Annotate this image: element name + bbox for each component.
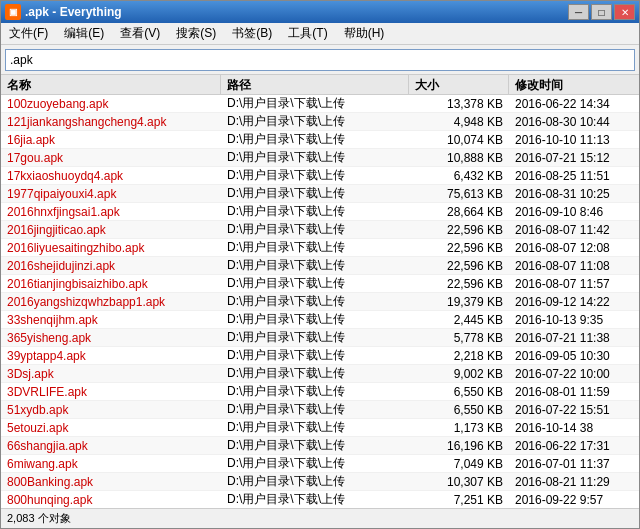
table-body[interactable]: 100zuoyebang.apkD:\用户目录\下载\上传13,378 KB20… [1,95,639,508]
cell-path: D:\用户目录\下载\上传 [221,437,409,454]
cell-size: 1,173 KB [409,419,509,436]
cell-path: D:\用户目录\下载\上传 [221,149,409,166]
table-row[interactable]: 39yptapp4.apkD:\用户目录\下载\上传2,218 KB2016-0… [1,347,639,365]
table-row[interactable]: 5etouzi.apkD:\用户目录\下载\上传1,173 KB2016-10-… [1,419,639,437]
cell-path: D:\用户目录\下载\上传 [221,239,409,256]
table-row[interactable]: 66shangjia.apkD:\用户目录\下载\上传16,196 KB2016… [1,437,639,455]
table-row[interactable]: 365yisheng.apkD:\用户目录\下载\上传5,778 KB2016-… [1,329,639,347]
cell-name: 3DVRLIFE.apk [1,383,221,400]
table-header: 名称路径大小修改时间 [1,75,639,95]
table-row[interactable]: 17gou.apkD:\用户目录\下载\上传10,888 KB2016-07-2… [1,149,639,167]
menu-item-编辑[interactable]: 编辑(E) [56,23,112,44]
col-header-名称[interactable]: 名称 [1,75,221,96]
cell-path: D:\用户目录\下载\上传 [221,419,409,436]
cell-size: 7,049 KB [409,455,509,472]
cell-date: 2016-08-30 10:44 [509,113,639,130]
table-row[interactable]: 16jia.apkD:\用户目录\下载\上传10,074 KB2016-10-1… [1,131,639,149]
cell-name: 2016liyuesaitingzhibo.apk [1,239,221,256]
cell-date: 2016-08-21 11:29 [509,473,639,490]
app-icon: ▣ [5,4,21,20]
cell-date: 2016-08-01 11:59 [509,383,639,400]
cell-path: D:\用户目录\下载\上传 [221,455,409,472]
main-window: ▣ .apk - Everything ─ □ ✕ 文件(F)编辑(E)查看(V… [0,0,640,529]
col-header-大小[interactable]: 大小 [409,75,509,96]
menu-item-查看[interactable]: 查看(V) [112,23,168,44]
cell-path: D:\用户目录\下载\上传 [221,203,409,220]
cell-date: 2016-10-14 38 [509,419,639,436]
cell-size: 6,432 KB [409,167,509,184]
cell-path: D:\用户目录\下载\上传 [221,491,409,508]
window-title: .apk - Everything [25,5,122,19]
cell-path: D:\用户目录\下载\上传 [221,473,409,490]
cell-date: 2016-08-07 11:57 [509,275,639,292]
cell-name: 121jiankangshangcheng4.apk [1,113,221,130]
table-row[interactable]: 17kxiaoshuoydq4.apkD:\用户目录\下载\上传6,432 KB… [1,167,639,185]
menu-item-文件[interactable]: 文件(F) [1,23,56,44]
cell-path: D:\用户目录\下载\上传 [221,311,409,328]
cell-name: 100zuoyebang.apk [1,95,221,112]
cell-date: 2016-07-01 11:37 [509,455,639,472]
table-row[interactable]: 2016shejidujinzi.apkD:\用户目录\下载\上传22,596 … [1,257,639,275]
cell-date: 2016-08-31 10:25 [509,185,639,202]
cell-name: 2016hnxfjingsai1.apk [1,203,221,220]
cell-path: D:\用户目录\下载\上传 [221,401,409,418]
table-row[interactable]: 2016liyuesaitingzhibo.apkD:\用户目录\下载\上传22… [1,239,639,257]
table-row[interactable]: 33shenqijhm.apkD:\用户目录\下载\上传2,445 KB2016… [1,311,639,329]
cell-date: 2016-08-07 11:08 [509,257,639,274]
table-row[interactable]: 6miwang.apkD:\用户目录\下载\上传7,049 KB2016-07-… [1,455,639,473]
cell-size: 75,613 KB [409,185,509,202]
cell-date: 2016-07-22 10:00 [509,365,639,382]
table-row[interactable]: 2016yangshizqwhzbapp1.apkD:\用户目录\下载\上传19… [1,293,639,311]
cell-name: 39yptapp4.apk [1,347,221,364]
table-row[interactable]: 800Banking.apkD:\用户目录\下载\上传10,307 KB2016… [1,473,639,491]
col-header-路径[interactable]: 路径 [221,75,409,96]
cell-name: 51xydb.apk [1,401,221,418]
table-row[interactable]: 2016jingjiticao.apkD:\用户目录\下载\上传22,596 K… [1,221,639,239]
col-header-修改时间[interactable]: 修改时间 [509,75,639,96]
cell-date: 2016-07-21 11:38 [509,329,639,346]
cell-name: 33shenqijhm.apk [1,311,221,328]
cell-name: 17gou.apk [1,149,221,166]
cell-name: 365yisheng.apk [1,329,221,346]
cell-size: 22,596 KB [409,239,509,256]
cell-name: 17kxiaoshuoydq4.apk [1,167,221,184]
minimize-button[interactable]: ─ [568,4,589,20]
menu-item-书签[interactable]: 书签(B) [224,23,280,44]
main-content: 名称路径大小修改时间 100zuoyebang.apkD:\用户目录\下载\上传… [1,75,639,508]
close-button[interactable]: ✕ [614,4,635,20]
cell-path: D:\用户目录\下载\上传 [221,167,409,184]
search-input[interactable] [5,49,635,71]
cell-path: D:\用户目录\下载\上传 [221,293,409,310]
table-row[interactable]: 1977qipaiyouxi4.apkD:\用户目录\下载\上传75,613 K… [1,185,639,203]
table-row[interactable]: 100zuoyebang.apkD:\用户目录\下载\上传13,378 KB20… [1,95,639,113]
cell-date: 2016-07-21 15:12 [509,149,639,166]
cell-name: 2016yangshizqwhzbapp1.apk [1,293,221,310]
table-row[interactable]: 51xydb.apkD:\用户目录\下载\上传6,550 KB2016-07-2… [1,401,639,419]
menu-item-搜索[interactable]: 搜索(S) [168,23,224,44]
table-row[interactable]: 3Dsj.apkD:\用户目录\下载\上传9,002 KB2016-07-22 … [1,365,639,383]
cell-path: D:\用户目录\下载\上传 [221,221,409,238]
maximize-button[interactable]: □ [591,4,612,20]
cell-date: 2016-09-10 8:46 [509,203,639,220]
cell-date: 2016-10-13 9:35 [509,311,639,328]
table-row[interactable]: 800hunqing.apkD:\用户目录\下载\上传7,251 KB2016-… [1,491,639,508]
cell-size: 2,445 KB [409,311,509,328]
cell-date: 2016-09-05 10:30 [509,347,639,364]
cell-date: 2016-06-22 17:31 [509,437,639,454]
menu-item-帮助[interactable]: 帮助(H) [336,23,393,44]
cell-size: 6,550 KB [409,401,509,418]
cell-size: 4,948 KB [409,113,509,130]
table-row[interactable]: 3DVRLIFE.apkD:\用户目录\下载\上传6,550 KB2016-08… [1,383,639,401]
table-row[interactable]: 121jiankangshangcheng4.apkD:\用户目录\下载\上传4… [1,113,639,131]
cell-name: 3Dsj.apk [1,365,221,382]
cell-path: D:\用户目录\下载\上传 [221,113,409,130]
cell-size: 10,888 KB [409,149,509,166]
toolbar [1,45,639,75]
title-bar: ▣ .apk - Everything ─ □ ✕ [1,1,639,23]
table-row[interactable]: 2016hnxfjingsai1.apkD:\用户目录\下载\上传28,664 … [1,203,639,221]
cell-size: 22,596 KB [409,221,509,238]
cell-size: 13,378 KB [409,95,509,112]
menu-item-工具[interactable]: 工具(T) [280,23,335,44]
cell-size: 19,379 KB [409,293,509,310]
table-row[interactable]: 2016tianjingbisaizhibo.apkD:\用户目录\下载\上传2… [1,275,639,293]
